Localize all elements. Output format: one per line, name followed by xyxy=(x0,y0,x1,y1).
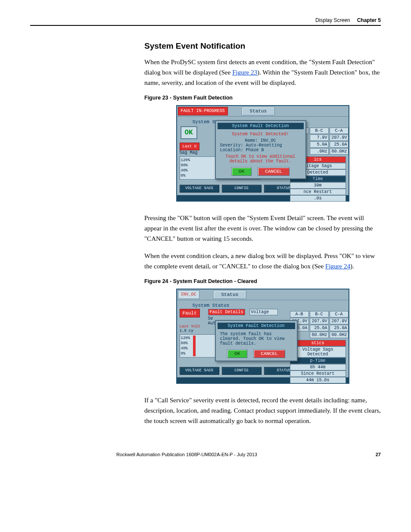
tab-status[interactable]: Status xyxy=(242,107,275,115)
figure-23-link[interactable]: Figure 23 xyxy=(232,69,257,76)
right-data-column: A-BB-CC-A 207.9V207.9V207.9V 25.0A25.0A2… xyxy=(290,311,346,383)
last-u-label: Last U xyxy=(180,143,199,150)
cancel-button[interactable]: CANCEL xyxy=(253,349,285,358)
ok-button[interactable]: OK xyxy=(231,167,252,176)
page-number: 27 xyxy=(376,452,381,457)
ok-button[interactable]: OK xyxy=(227,349,247,358)
page-footer: Rockwell Automation Publication 1608P-UM… xyxy=(30,452,381,457)
section-label: Display Screen xyxy=(315,17,350,23)
publication-id: Rockwell Automation Publication 1608P-UM… xyxy=(116,452,257,457)
system-status-label: System Status xyxy=(193,303,346,308)
figure-24-link[interactable]: Figure 24 xyxy=(325,263,350,270)
nav-voltage-sags[interactable]: VOLTAGE SAGS xyxy=(180,185,219,193)
tab-status[interactable]: Status xyxy=(213,290,247,299)
system-fault-dialog-cleared: System Fault Detection The system fault … xyxy=(215,320,298,361)
dialog-title: System Fault Detection xyxy=(218,323,295,329)
system-fault-dialog: System Fault Detection System Fault Dete… xyxy=(215,120,306,179)
fault-banner: INV_OC xyxy=(178,290,199,299)
fault-details-label: Fault Details xyxy=(208,309,245,315)
cancel-button[interactable]: CANCEL xyxy=(258,167,290,176)
dialog-alert: System Fault Detected! xyxy=(220,132,301,137)
dialog-title: System Fault Detection xyxy=(218,123,304,129)
dialog-hint: Touch OK to view additional details abou… xyxy=(220,154,301,164)
figure-23-caption: Figure 23 - System Fault Detection xyxy=(144,95,381,101)
figure-24-caption: Figure 24 - System Fault Detection - Cle… xyxy=(144,278,381,284)
fault-banner: FAULT IN-PROGRESS xyxy=(178,107,228,115)
paragraph-2: Pressing the "OK" button will open the "… xyxy=(144,213,381,244)
nav-config[interactable]: CONFIG xyxy=(222,367,262,375)
chapter-label: Chapter 5 xyxy=(357,17,381,23)
nav-voltage-sags[interactable]: VOLTAGE SAGS xyxy=(180,367,219,375)
section-heading: System Event Notification xyxy=(144,41,381,51)
status-fault-box: Fault xyxy=(180,309,200,317)
hmi-screenshot-fig23: FAULT IN-PROGRESS Status System Status A… xyxy=(176,105,349,202)
status-ok-box: OK xyxy=(181,126,197,139)
nav-config[interactable]: CONFIG xyxy=(222,185,262,193)
paragraph-1: When the ProDySC system first detects an… xyxy=(144,57,381,88)
sag-mag-label: Sag Mag xyxy=(180,150,206,155)
paragraph-3: When the event condition clears, a new d… xyxy=(144,251,381,271)
dialog-message: The system fault has cleared. Touch OK t… xyxy=(218,331,295,347)
hmi-screenshot-fig24: INV_OC Status System Status A-BB-CC-A 20… xyxy=(176,289,349,384)
paragraph-4: If a "Call Service" severity event is de… xyxy=(144,395,381,426)
page-header: Display Screen Chapter 5 xyxy=(30,17,381,26)
